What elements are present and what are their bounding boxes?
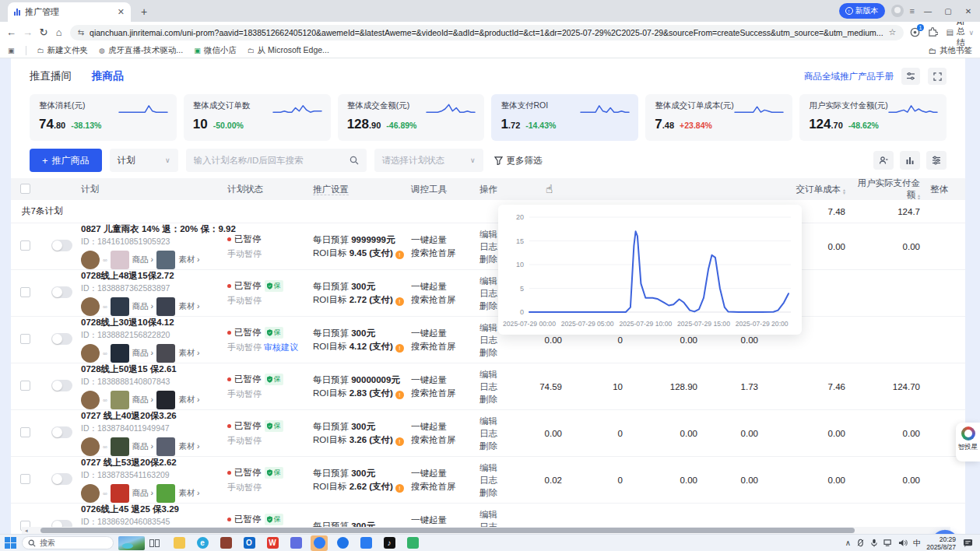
green-app-icon[interactable] bbox=[404, 535, 421, 551]
row-toggle[interactable] bbox=[51, 426, 72, 438]
tray-mic-icon[interactable] bbox=[870, 539, 878, 547]
select-all-checkbox[interactable] bbox=[20, 184, 30, 194]
row-toggle[interactable] bbox=[51, 333, 72, 345]
action-link[interactable]: 日志 bbox=[479, 381, 520, 393]
url-field[interactable]: ⇆ qianchuan.jinritemai.com/uni-prom?aavi… bbox=[70, 25, 904, 40]
tool-link[interactable]: 一键起量 bbox=[411, 420, 479, 433]
stat-card[interactable]: 整体成交订单成本(元) 7.48 +23.84% bbox=[645, 94, 792, 141]
widgets-weather-icon[interactable] bbox=[118, 536, 145, 550]
header-user-pay[interactable]: 用户实际支付金额▴▾ bbox=[853, 177, 928, 201]
browser-avatar[interactable] bbox=[891, 5, 904, 17]
row-toggle[interactable] bbox=[51, 286, 72, 298]
tray-speaker-icon[interactable] bbox=[898, 539, 908, 547]
scrollbar-thumb[interactable] bbox=[40, 528, 855, 533]
action-link[interactable]: 编辑 bbox=[479, 462, 520, 474]
action-link[interactable]: 编辑 bbox=[479, 415, 520, 427]
product-link[interactable]: 商品 › bbox=[132, 254, 153, 265]
bookmark-item[interactable]: ▣微信小店 bbox=[194, 45, 237, 56]
material-link[interactable]: 素材 › bbox=[178, 254, 199, 265]
plan-status-select[interactable]: 请选择计划状态∨ bbox=[374, 149, 483, 172]
app-purple-icon[interactable] bbox=[287, 535, 304, 551]
plan-title[interactable]: 0728线上48退15保2.72 bbox=[81, 270, 227, 282]
reload-icon[interactable]: ↻ bbox=[39, 26, 48, 38]
material-link[interactable]: 素材 › bbox=[178, 488, 199, 499]
page-tab-product[interactable]: 推商品 bbox=[92, 69, 124, 83]
start-button[interactable] bbox=[3, 536, 17, 550]
qianchuan-icon[interactable] bbox=[311, 535, 328, 551]
tool-link[interactable]: 一键起量 bbox=[411, 280, 479, 293]
product-link[interactable]: 商品 › bbox=[132, 488, 153, 499]
tool-link[interactable]: 搜索抢首屏 bbox=[411, 480, 479, 493]
plan-type-select[interactable]: 计划∨ bbox=[110, 149, 178, 172]
home-icon[interactable]: ⌂ bbox=[54, 26, 64, 38]
tray-mouse-icon[interactable] bbox=[856, 539, 865, 547]
columns-chart-icon[interactable] bbox=[900, 151, 920, 170]
tray-chevron-icon[interactable]: ∧ bbox=[845, 539, 851, 547]
action-link[interactable]: 删除 bbox=[479, 440, 520, 452]
product-manual-link[interactable]: 商品全域推广产品手册 bbox=[804, 71, 894, 82]
site-settings-icon[interactable]: ⇆ bbox=[78, 28, 84, 37]
bookmark-item[interactable]: 🗀新建文件夹 bbox=[37, 45, 89, 56]
other-bookmarks-button[interactable]: 🗀其他书签 bbox=[929, 45, 973, 56]
search-icon[interactable] bbox=[349, 156, 359, 165]
tool-link[interactable]: 搜索抢首屏 bbox=[411, 433, 479, 447]
tool-link[interactable]: 搜索抢首屏 bbox=[411, 293, 479, 307]
settings-sliders-icon[interactable] bbox=[926, 151, 947, 170]
page-tab-live-room[interactable]: 推直播间 bbox=[30, 69, 72, 83]
product-link[interactable]: 商品 › bbox=[132, 301, 153, 312]
search-input[interactable] bbox=[194, 156, 343, 165]
row-checkbox[interactable] bbox=[20, 334, 30, 344]
extension-icon[interactable]: 1 bbox=[910, 27, 920, 38]
tool-link[interactable]: 一键起量 bbox=[411, 233, 479, 247]
horizontal-scrollbar[interactable]: ◂ ▸ bbox=[22, 527, 950, 534]
bookmark-item[interactable]: 🗀从 Microsoft Edge... bbox=[248, 45, 329, 56]
new-tab-button[interactable]: + bbox=[135, 3, 153, 20]
new-version-button[interactable]: ↑新版本 bbox=[839, 3, 885, 19]
blue-circle-icon[interactable] bbox=[334, 535, 351, 551]
action-link[interactable]: 日志 bbox=[479, 474, 520, 486]
product-link[interactable]: 商品 › bbox=[132, 441, 153, 452]
browser-menu-icon[interactable]: ≡ bbox=[910, 6, 915, 16]
maximize-button[interactable]: ▢ bbox=[941, 7, 955, 16]
back-icon[interactable]: ← bbox=[6, 26, 16, 38]
fullscreen-icon[interactable] bbox=[928, 68, 947, 85]
info-icon[interactable]: ! bbox=[395, 437, 404, 446]
info-icon[interactable]: ! bbox=[395, 297, 404, 306]
notification-icon[interactable] bbox=[961, 538, 974, 549]
edge-icon[interactable]: e bbox=[194, 535, 211, 551]
browser-tab[interactable]: 推广管理 ✕ bbox=[8, 2, 131, 22]
material-link[interactable]: 素材 › bbox=[178, 395, 199, 405]
wps-icon[interactable]: W bbox=[264, 535, 281, 551]
minimize-button[interactable]: — bbox=[921, 7, 935, 16]
more-filters-button[interactable]: 更多筛选 bbox=[494, 155, 543, 167]
stat-card[interactable]: 整体支付ROI 1.72 -14.43% bbox=[491, 94, 638, 141]
tool-link[interactable]: 搜索抢首屏 bbox=[411, 340, 479, 353]
douyin-icon[interactable]: ♪ bbox=[381, 535, 398, 551]
blue-tile-icon[interactable] bbox=[357, 535, 374, 551]
action-link[interactable]: 删除 bbox=[479, 393, 520, 405]
promote-product-button[interactable]: +推广商品 bbox=[30, 149, 102, 172]
file-explorer-icon[interactable] bbox=[170, 535, 188, 551]
stat-card[interactable]: 整体成交订单数 10 -50.00% bbox=[184, 94, 331, 141]
plan-title[interactable]: 0827 儿童雨衣 14% 退：20% 保：9.92 bbox=[81, 223, 227, 235]
assistant-widget[interactable]: 智投星 bbox=[956, 423, 980, 462]
material-link[interactable]: 素材 › bbox=[178, 348, 199, 359]
info-icon[interactable]: ! bbox=[395, 391, 404, 399]
plan-title[interactable]: 0728线上30退10保4.12 bbox=[81, 317, 227, 328]
action-link[interactable]: 删除 bbox=[479, 346, 520, 359]
taskbar-clock[interactable]: 20:29 2025/8/27 bbox=[926, 535, 956, 551]
plan-title[interactable]: 0727 线上53退20保2.62 bbox=[81, 457, 227, 469]
action-link[interactable]: 编辑 bbox=[479, 508, 520, 521]
action-link[interactable]: 日志 bbox=[479, 427, 520, 440]
plan-title[interactable]: 0728线上50退15 保2.61 bbox=[81, 363, 227, 375]
close-window-button[interactable]: ✕ bbox=[961, 7, 975, 16]
row-checkbox[interactable] bbox=[20, 427, 30, 437]
row-toggle[interactable] bbox=[51, 380, 72, 391]
tool-link[interactable]: 搜索抢首屏 bbox=[411, 387, 479, 400]
tray-network-icon[interactable] bbox=[883, 539, 893, 547]
forward-icon[interactable]: → bbox=[23, 26, 33, 38]
tool-link[interactable]: 一键起量 bbox=[411, 374, 479, 387]
action-link[interactable]: 删除 bbox=[479, 486, 520, 499]
info-icon[interactable]: ! bbox=[395, 344, 404, 353]
row-toggle[interactable] bbox=[51, 240, 72, 251]
